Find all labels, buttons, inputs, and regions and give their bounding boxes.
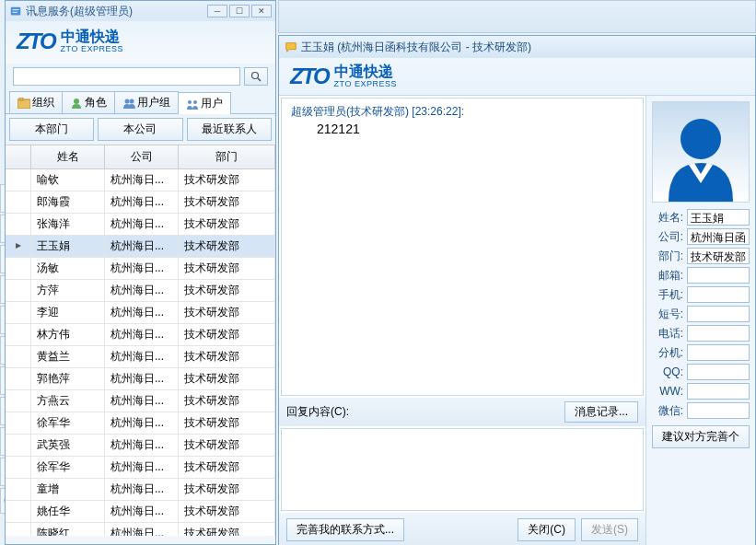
subtab-最近联系人[interactable]: 最近联系人	[187, 118, 272, 141]
table-row[interactable]: 李迎杭州海日...技术研发部	[6, 302, 275, 324]
info-value-ww[interactable]	[687, 383, 750, 400]
maximize-button[interactable]: ☐	[229, 5, 250, 17]
col-name[interactable]: 姓名	[31, 145, 105, 168]
logo-zto: ZTO	[17, 29, 55, 54]
svg-point-11	[193, 100, 197, 104]
info-value-name[interactable]: 王玉娟	[687, 209, 750, 226]
svg-point-9	[130, 99, 134, 103]
tab-icon	[17, 98, 30, 109]
grid-body[interactable]: 喻钦杭州海日...技术研发部郎海霞杭州海日...技术研发部张海洋杭州海日...技…	[6, 169, 275, 536]
info-row-short: 短号:	[652, 306, 750, 322]
table-row[interactable]: 徐军华杭州海日...技术研发部	[6, 457, 275, 479]
info-row-tel: 电话:	[652, 325, 750, 342]
reply-toolbar: 回复内容(C): 消息记录...	[279, 398, 646, 426]
sub-tabs: 本部门本公司最近联系人	[6, 114, 275, 145]
tab-用户[interactable]: 用户	[178, 92, 231, 114]
info-row-dept: 部门:技术研发部	[652, 248, 750, 264]
table-row[interactable]: 姚任华杭州海日...技术研发部	[6, 501, 275, 523]
minimize-button[interactable]: ─	[207, 5, 227, 17]
table-row[interactable]: 武英强杭州海日...技术研发部	[6, 435, 275, 457]
svg-point-10	[188, 100, 192, 104]
tab-组织[interactable]: 组织	[9, 91, 63, 113]
logo-en: ZTO EXPRESS	[61, 44, 123, 53]
table-row[interactable]: 方燕云杭州海日...技术研发部	[6, 390, 275, 412]
table-row[interactable]: 汤敏杭州海日...技术研发部	[6, 258, 275, 280]
message-sender: 超级管理员(技术研发部) [23:26:22]:	[291, 105, 464, 118]
contacts-titlebar[interactable]: 讯息服务(超级管理员) ─ ☐ ✕	[6, 1, 275, 21]
close-button[interactable]: ✕	[251, 5, 272, 17]
tab-角色[interactable]: 角色	[62, 91, 115, 113]
tab-icon	[122, 98, 135, 109]
info-value-qq[interactable]	[687, 364, 750, 380]
table-row[interactable]: 陈晓红杭州海日...技术研发部	[6, 523, 275, 536]
col-marker[interactable]	[6, 145, 31, 168]
chat-history[interactable]: 超级管理员(技术研发部) [23:26:22]: 212121	[281, 98, 644, 396]
info-row-ww: WW:	[652, 383, 750, 400]
chat-title: 王玉娟 (杭州海日函科技有限公司 - 技术研发部)	[301, 40, 531, 55]
send-button[interactable]: 发送(S)	[581, 518, 638, 541]
app-icon	[9, 5, 22, 17]
chat-main: 超级管理员(技术研发部) [23:26:22]: 212121 回复内容(C):…	[279, 96, 646, 545]
subtab-本部门[interactable]: 本部门	[9, 118, 94, 141]
search-button[interactable]	[244, 67, 268, 86]
info-row-qq: QQ:	[652, 364, 750, 380]
chat-logo-en: ZTO EXPRESS	[334, 79, 397, 88]
info-label: 部门:	[652, 249, 683, 264]
info-label: QQ:	[652, 365, 683, 378]
subtab-本公司[interactable]: 本公司	[98, 118, 182, 141]
svg-rect-6	[19, 98, 23, 100]
reply-label: 回复内容(C):	[286, 404, 564, 420]
suggest-complete-button[interactable]: 建议对方完善个	[652, 425, 750, 448]
table-row[interactable]: 郭艳萍杭州海日...技术研发部	[6, 368, 275, 390]
info-row-mobile: 手机:	[652, 286, 750, 303]
col-dept[interactable]: 部门	[179, 145, 275, 168]
table-row[interactable]: 喻钦杭州海日...技术研发部	[6, 169, 275, 191]
table-row[interactable]: 郎海霞杭州海日...技术研发部	[6, 191, 275, 214]
info-label: WW:	[652, 385, 683, 398]
chat-window: 王玉娟 (杭州海日函科技有限公司 - 技术研发部) ZTO 中通快递 ZTO E…	[278, 35, 756, 545]
table-row[interactable]: 黄益兰杭州海日...技术研发部	[6, 346, 275, 368]
table-row[interactable]: 方萍杭州海日...技术研发部	[6, 280, 275, 302]
contacts-window: 讯息服务(超级管理员) ─ ☐ ✕ ZTO 中通快递 ZTO EXPRESS 组…	[5, 0, 276, 545]
chat-logo-area: ZTO 中通快递 ZTO EXPRESS	[279, 58, 755, 96]
chat-titlebar[interactable]: 王玉娟 (杭州海日函科技有限公司 - 技术研发部)	[279, 36, 755, 58]
improve-contact-button[interactable]: 完善我的联系方式...	[286, 518, 404, 541]
message-text: 212121	[291, 120, 634, 136]
svg-point-3	[252, 73, 259, 79]
info-label: 电话:	[652, 326, 683, 342]
avatar	[652, 101, 750, 203]
info-value-ext[interactable]	[687, 344, 750, 361]
search-icon	[250, 71, 262, 82]
table-row[interactable]: 徐军华杭州海日...技术研发部	[6, 412, 275, 435]
contacts-grid: 姓名 公司 部门 喻钦杭州海日...技术研发部郎海霞杭州海日...技术研发部张海…	[6, 145, 275, 536]
info-value-mobile[interactable]	[687, 286, 750, 303]
info-row-wechat: 微信:	[652, 402, 750, 419]
main-tabs: 组织角色用户组用户	[6, 89, 275, 114]
info-label: 公司:	[652, 229, 683, 245]
info-value-wechat[interactable]	[687, 402, 750, 419]
table-row[interactable]: 童增杭州海日...技术研发部	[6, 479, 275, 501]
contact-info-panel: 姓名:王玉娟公司:杭州海日函部门:技术研发部邮箱:手机:短号:电话:分机:QQ:…	[646, 96, 755, 545]
info-value-tel[interactable]	[687, 325, 750, 342]
info-label: 手机:	[652, 287, 683, 303]
search-input[interactable]	[13, 67, 240, 86]
info-value-short[interactable]	[687, 306, 750, 322]
table-row[interactable]: 张海洋杭州海日...技术研发部	[6, 214, 275, 236]
close-chat-button[interactable]: 关闭(C)	[518, 518, 576, 541]
info-label: 微信:	[652, 403, 683, 419]
table-row[interactable]: ▸王玉娟杭州海日...技术研发部	[6, 236, 275, 258]
reply-input[interactable]	[281, 428, 644, 511]
svg-rect-2	[13, 12, 17, 13]
info-label: 邮箱:	[652, 268, 683, 284]
info-value-dept[interactable]: 技术研发部	[687, 248, 750, 264]
info-value-company[interactable]: 杭州海日函	[687, 228, 750, 245]
background-window-remnant	[278, 0, 756, 33]
info-row-email: 邮箱:	[652, 267, 750, 284]
history-button[interactable]: 消息记录...	[564, 401, 638, 423]
tab-用户组[interactable]: 用户组	[114, 91, 179, 113]
table-row[interactable]: 林方伟杭州海日...技术研发部	[6, 324, 275, 346]
col-company[interactable]: 公司	[105, 145, 179, 168]
svg-line-4	[258, 78, 261, 81]
chat-logo-cn: 中通快递	[334, 64, 397, 79]
info-value-email[interactable]	[687, 267, 750, 284]
